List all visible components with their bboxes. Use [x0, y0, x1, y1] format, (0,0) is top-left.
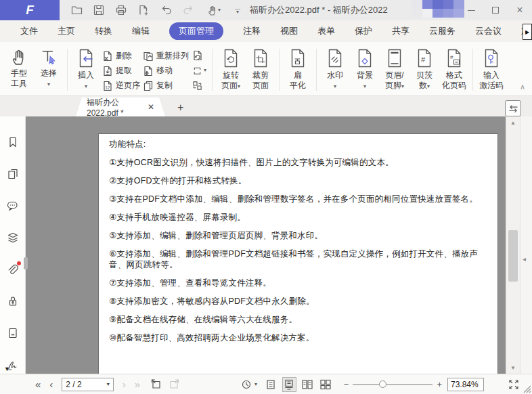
layers-icon: [7, 232, 19, 244]
window-resize-grip[interactable]: [522, 384, 531, 393]
tab-edit[interactable]: 编辑: [132, 25, 150, 37]
collapse-toolbar-button[interactable]: ∧: [520, 83, 525, 91]
quick-access-toolbar: ▾ — ▾: [70, 4, 240, 16]
tab-cloud-service[interactable]: 云服务: [429, 25, 456, 37]
next-page-button[interactable]: ›: [123, 379, 126, 389]
vertical-scrollbar[interactable]: ▲ ▼: [506, 116, 520, 374]
delete-pages-button[interactable]: 删除: [102, 49, 140, 62]
pdf-page[interactable]: 功能特点: ①支持OCR图文识别，快速将扫描件、图片上的文字转换为可编辑的文本。…: [98, 133, 498, 374]
tab-cloud-meeting[interactable]: 云会议: [475, 25, 502, 37]
zoom-out-button[interactable]: −: [340, 379, 353, 389]
move-pages-button[interactable]: 移动: [143, 64, 189, 77]
background-button[interactable]: 背景▾: [350, 45, 380, 91]
undo-button[interactable]: [160, 4, 172, 16]
hand-tool-quick-button[interactable]: ▾: [204, 4, 223, 16]
rearrange-pages-button[interactable]: 重新排列: [143, 49, 189, 62]
duplicate-pages-button[interactable]: 复制: [143, 79, 189, 92]
ribbon-tab-scroll-button[interactable]: ▶: [523, 24, 532, 40]
continuous-facing-view-button[interactable]: [319, 377, 333, 392]
document-canvas[interactable]: 功能特点: ①支持OCR图文识别，快速将扫描件、图片上的文字转换为可编辑的文本。…: [26, 116, 506, 374]
first-page-button[interactable]: «: [35, 379, 41, 389]
bookmarks-panel-button[interactable]: [6, 135, 20, 149]
insert-pages-button[interactable]: 插入▾: [71, 45, 101, 91]
page-ops-column-2: 重新排列 移动 复制: [143, 45, 189, 92]
tab-protect[interactable]: 保护: [355, 25, 372, 37]
maximize-button[interactable]: [483, 0, 508, 20]
security-panel-button[interactable]: [6, 294, 20, 308]
sidebar-collapse-handle[interactable]: [24, 257, 28, 269]
page-number-box[interactable]: 2 / 2 ▾: [62, 378, 113, 391]
zoom-slider-thumb[interactable]: [379, 380, 386, 388]
toggle-reading-mode-button[interactable]: [505, 100, 521, 116]
new-tab-button[interactable]: +: [177, 102, 183, 113]
comments-panel-button[interactable]: [6, 199, 20, 213]
new-document-button[interactable]: [137, 4, 150, 16]
foxit-logo[interactable]: F: [0, 0, 60, 20]
watermark-button[interactable]: 水印▾: [320, 45, 350, 91]
document-tab-active[interactable]: 福昕办公2022.pdf * ✕: [76, 97, 165, 116]
print-button[interactable]: [115, 4, 127, 16]
crop-pages-button[interactable]: 裁剪页面: [246, 45, 275, 91]
format-page-number-button[interactable]: # 格式化页码: [439, 45, 469, 91]
swap-pages-button[interactable]: [192, 79, 206, 91]
tab-page-management[interactable]: 页面管理: [169, 22, 223, 40]
scrollbar-thumb[interactable]: [508, 230, 518, 282]
customize-quick-access-button[interactable]: — ▾: [235, 7, 240, 14]
tab-home[interactable]: 主页: [58, 25, 75, 37]
crop-page-icon: [252, 48, 269, 68]
zoom-level-box[interactable]: 73.84%: [447, 378, 484, 391]
tab-form[interactable]: 表单: [317, 25, 335, 37]
reverse-page-order-button[interactable]: 12 逆页序: [102, 79, 140, 92]
minimize-button[interactable]: [459, 0, 483, 20]
facing-view-button[interactable]: [301, 377, 315, 392]
close-button[interactable]: ×: [508, 0, 532, 20]
split-document-button[interactable]: ▾: [192, 64, 206, 76]
enter-activation-code-button[interactable]: 输入激活码: [476, 45, 506, 91]
open-file-button[interactable]: [70, 4, 83, 16]
rotate-view-icon: [241, 379, 252, 390]
redo-button[interactable]: [182, 4, 194, 16]
document-tab-close-icon[interactable]: ✕: [148, 102, 154, 112]
single-page-view-icon: [265, 379, 276, 390]
tab-view[interactable]: 视图: [280, 25, 298, 37]
hand-tool-button[interactable]: 手型工具: [4, 45, 34, 89]
print-icon: [116, 5, 127, 16]
rotate-view-button[interactable]: [239, 377, 253, 392]
rotate-view-caret-icon[interactable]: ▾: [254, 382, 257, 387]
continuous-view-button[interactable]: [282, 377, 296, 392]
single-page-view-button[interactable]: [264, 377, 278, 392]
replace-pages-button[interactable]: [192, 49, 206, 62]
extract-pages-button[interactable]: 提取: [102, 64, 140, 77]
bates-numbering-button[interactable]: # 贝茨数▾: [409, 45, 439, 91]
rotate-pages-button[interactable]: 旋转页面▾: [216, 45, 246, 91]
previous-page-button[interactable]: ‹: [49, 379, 53, 389]
right-panel-collapse-handle[interactable]: ◂: [523, 255, 526, 263]
select-tool-button[interactable]: 选择▾: [34, 45, 64, 89]
previous-view-button[interactable]: [149, 377, 163, 392]
scroll-up-icon[interactable]: ▲: [510, 120, 516, 126]
swap-arrows-icon: [508, 104, 518, 113]
save-button[interactable]: [93, 4, 105, 16]
fields-panel-button[interactable]: [6, 326, 20, 340]
hand-icon: [10, 48, 28, 66]
toolbar-separator: [472, 49, 473, 91]
last-page-button[interactable]: »: [135, 379, 140, 389]
tab-convert[interactable]: 转换: [95, 25, 112, 37]
layers-panel-button[interactable]: [6, 231, 20, 244]
fullscreen-button[interactable]: [507, 377, 521, 392]
header-footer-button[interactable]: 页眉/页脚▾: [380, 45, 409, 91]
attachments-panel-button[interactable]: [6, 263, 20, 276]
flatten-button[interactable]: 扁平化: [283, 45, 313, 91]
scroll-down-icon[interactable]: ▼: [510, 365, 516, 371]
zoom-slider[interactable]: [353, 384, 433, 385]
sidebar-more-icon[interactable]: ▼: [4, 366, 10, 372]
tab-file[interactable]: 文件: [20, 25, 38, 37]
next-view-button[interactable]: [167, 377, 181, 392]
tab-share[interactable]: 共享: [392, 25, 409, 37]
zoom-in-button[interactable]: +: [433, 379, 446, 389]
account-redacted-blur[interactable]: [412, 0, 464, 18]
pages-panel-button[interactable]: [6, 167, 20, 181]
doc-line: ④支持手机放映遥控器、屏幕录制。: [109, 212, 487, 223]
tab-comment[interactable]: 注释: [243, 25, 261, 37]
folder-open-icon: [71, 5, 83, 16]
